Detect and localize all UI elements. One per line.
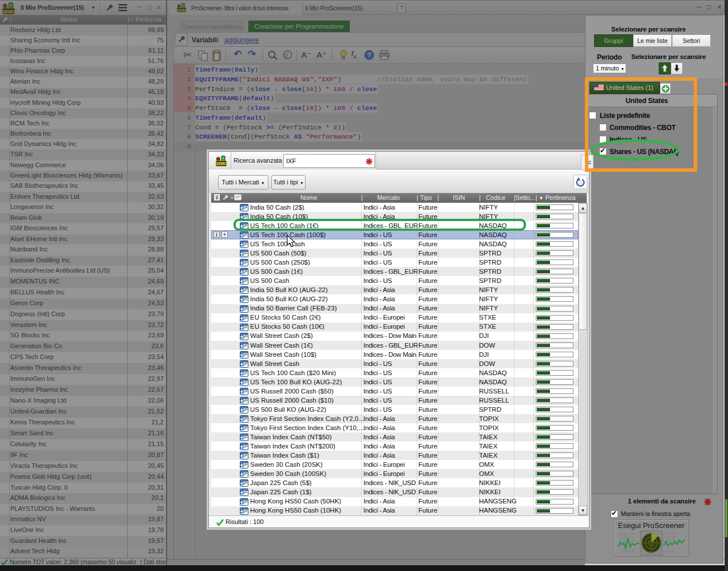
- svg-text:8.88 8.88: 8.88 8.88: [620, 550, 635, 553]
- svg-text:8.88 8.88: 8.88 8.88: [620, 533, 635, 535]
- svg-text:8.88 8.88: 8.88 8.88: [662, 540, 676, 542]
- svg-text:8.88 8.88: 8.88 8.88: [662, 536, 676, 539]
- svg-text:8.88 8.88: 8.88 8.88: [662, 550, 676, 553]
- svg-text:DEMO: DEMO: [215, 162, 227, 166]
- svg-text:8.88 8.88: 8.88 8.88: [662, 533, 676, 535]
